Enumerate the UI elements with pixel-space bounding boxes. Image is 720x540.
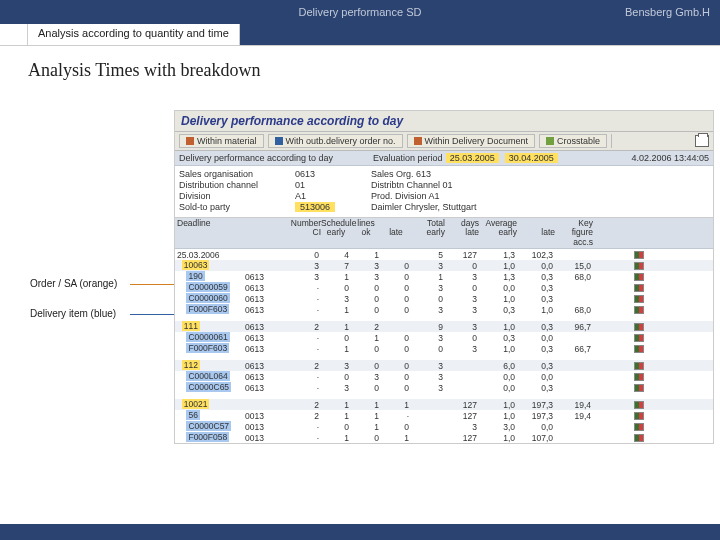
table-row: 1002121111271,0197,319,4 [175,399,713,410]
info-label: Sold-to party [179,202,289,212]
table-row: 25.03.200604151271,3102,3 [175,249,713,260]
info-block: Sales organisation0613Sales Org. 613 Dis… [175,166,713,218]
subhead-text: Delivery performance according to day [179,153,333,163]
keyfigure-icon[interactable] [634,373,644,381]
keyfigure-icon[interactable] [634,345,644,353]
period-label: Evaluation period [373,153,443,163]
tab-analysis[interactable]: Analysis according to quantity and time [28,24,240,45]
table-row: C00000600613·300031,00,3 [175,293,713,304]
keyfigure-icon[interactable] [634,323,644,331]
subheader: Delivery performance according to day Ev… [175,151,713,166]
table-row: C00000590613·000300,00,3 [175,282,713,293]
data-table: Deadline Number CI Scheduleearlylinesokl… [175,218,713,443]
table-row: F000F0580013·1011271,0107,0 [175,432,713,443]
timestamp: 4.02.2006 13:44:05 [631,153,709,163]
btn-crosstable[interactable]: Crosstable [539,134,607,148]
legend-orange: Order / SA (orange) [30,278,117,289]
keyfigure-icon[interactable] [634,284,644,292]
btn-delivery-order[interactable]: With outb.delivery order no. [268,134,403,148]
table-row: F000F6030613·100330,31,068,0 [175,304,713,315]
table-row: 19006133130131,30,368,0 [175,271,713,282]
tab-spacer [0,24,28,45]
keyfigure-icon[interactable] [634,434,644,442]
info-val: A1 [295,191,365,201]
keyfigure-icon[interactable] [634,251,644,259]
table-icon [546,137,554,145]
keyfigure-icon[interactable] [634,412,644,420]
table-row: C00000610613·010300,30,0 [175,332,713,343]
slide-company: Bensberg Gmb.H [625,6,710,18]
info-label: Sales organisation [179,169,289,179]
toolbar: Within material With outb.delivery order… [175,132,713,151]
separator [611,134,612,148]
cube-icon [186,137,194,145]
cube-icon [414,137,422,145]
period-from: 25.03.2005 [446,153,499,163]
info-desc: Prod. Division A1 [371,191,709,201]
table-row: 1110613212931,00,396,7 [175,321,713,332]
keyfigure-icon[interactable] [634,384,644,392]
btn-within-material[interactable]: Within material [179,134,264,148]
info-val: 0613 [295,169,365,179]
table-header: Deadline Number CI Scheduleearlylinesokl… [175,218,713,249]
info-desc: Distribtn Channel 01 [371,180,709,190]
print-icon[interactable] [695,135,709,147]
period-to: 30.04.2005 [505,153,558,163]
keyfigure-icon[interactable] [634,295,644,303]
table-row: C0000C570013·01033,00,0 [175,421,713,432]
keyfigure-icon[interactable] [634,423,644,431]
soldto-hl: 513006 [295,202,335,212]
info-label: Division [179,191,289,201]
sap-screenshot: Delivery performance according to day Wi… [174,110,714,444]
slide-title: Delivery performance SD [299,6,422,18]
tab-filler [240,24,720,45]
cube-icon [275,137,283,145]
keyfigure-icon[interactable] [634,362,644,370]
info-desc: Daimler Chrysler, Stuttgart [371,202,709,212]
table-row: F000F6030613·100031,00,366,7 [175,343,713,354]
keyfigure-icon[interactable] [634,401,644,409]
keyfigure-icon[interactable] [634,306,644,314]
page-heading: Analysis Times with breakdown [0,46,720,81]
info-val: 01 [295,180,365,190]
table-row: 560013211·1271,0197,319,4 [175,410,713,421]
legend-blue: Delivery item (blue) [30,308,116,319]
keyfigure-icon[interactable] [634,334,644,342]
table-row: 1120613230036,00,3 [175,360,713,371]
slide-footer [0,524,720,540]
table-row: C0000C650613·30030,00,3 [175,382,713,393]
keyfigure-icon[interactable] [634,273,644,281]
shot-title: Delivery performance according to day [175,111,713,132]
table-row: 100633730301,00,015,0 [175,260,713,271]
keyfigure-icon[interactable] [634,262,644,270]
info-desc: Sales Org. 613 [371,169,709,179]
tab-row: Analysis according to quantity and time [0,24,720,46]
table-row: C000L0640613·03030,00,0 [175,371,713,382]
btn-delivery-doc[interactable]: Within Delivery Document [407,134,536,148]
info-label: Distribution channel [179,180,289,190]
slide-header: Delivery performance SD Bensberg Gmb.H [0,0,720,24]
